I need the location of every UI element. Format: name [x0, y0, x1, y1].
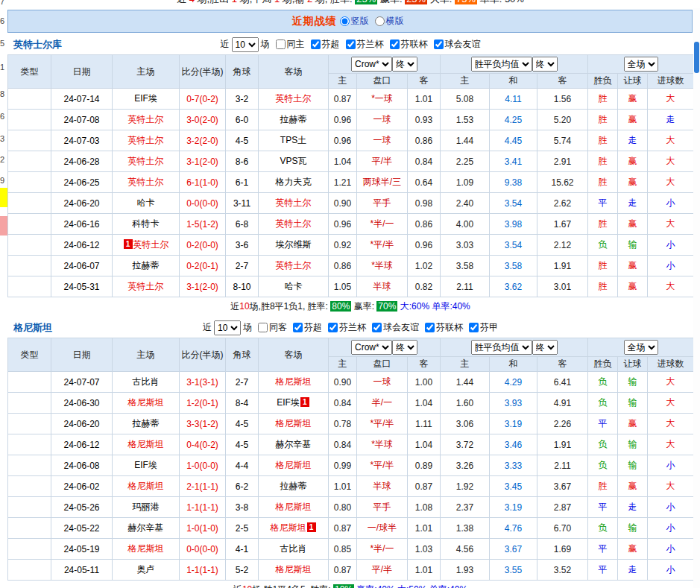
column-subheader: 主	[329, 357, 357, 372]
layout-radio-input[interactable]	[375, 16, 385, 26]
league-label: 芬兰杯	[339, 321, 366, 334]
league-filter[interactable]: 芬联杯	[384, 38, 428, 51]
layout-radio-horizontal[interactable]: 横版	[373, 15, 404, 28]
avg-home-cell: 5.08	[441, 89, 490, 110]
league-filter[interactable]: 芬兰杯	[322, 321, 366, 334]
avg-draw-cell: 4.45	[490, 130, 537, 151]
top-stats-partial-row: 近 4 场,胜出 1 场,平局 1 场,输 2 场, 胜率: 25% 赢率: 2…	[7, 0, 693, 7]
home-team-cell[interactable]: 英特土尔	[113, 151, 180, 172]
same-venue-filter[interactable]: 同主	[270, 38, 305, 51]
odds-provider-select[interactable]: Crow*	[351, 340, 392, 355]
away-team-cell[interactable]: 埃尔维斯	[259, 235, 329, 256]
home-team-cell[interactable]: 格尼斯坦	[113, 476, 180, 497]
home-team-cell[interactable]: 拉赫蒂	[113, 414, 180, 434]
away-team-cell[interactable]: 哈卡	[259, 276, 329, 297]
home-team-cell[interactable]: EIF埃	[113, 89, 180, 110]
away-team-cell[interactable]: 格力夫克	[259, 172, 329, 193]
league-filter[interactable]: 芬兰杯	[340, 38, 384, 51]
league-filter[interactable]: 芬超	[305, 38, 340, 51]
home-team-cell[interactable]: 英特土尔	[113, 276, 180, 297]
stat-segment: 25%	[355, 0, 377, 4]
away-team-cell[interactable]: 赫尔辛基	[259, 434, 329, 455]
league-checkbox[interactable]	[425, 323, 435, 332]
league-checkbox[interactable]	[328, 323, 338, 332]
home-team-cell[interactable]: 英特土尔	[113, 172, 180, 193]
odds-final-select[interactable]: 终	[392, 340, 417, 355]
home-team-cell[interactable]: 拉赫蒂	[113, 256, 180, 276]
away-team-cell[interactable]: 英特土尔	[259, 193, 329, 214]
home-odds-cell: 1.04	[329, 151, 357, 172]
date-cell: 24-06-12	[51, 434, 113, 455]
layout-radio-vertical[interactable]: 竖版	[338, 15, 369, 28]
home-team-cell[interactable]: 奥卢	[113, 560, 180, 581]
handicap-result-cell: 赢	[618, 89, 648, 110]
layout-radio-input[interactable]	[340, 16, 350, 26]
avg-final-select[interactable]: 终	[532, 340, 558, 355]
league-checkbox[interactable]	[469, 323, 479, 332]
corners-cell: 6-8	[226, 214, 259, 235]
corners-cell: 2-5	[226, 518, 259, 539]
league-checkbox[interactable]	[293, 323, 303, 332]
home-team-cell[interactable]: 格尼斯坦	[113, 539, 180, 560]
away-team-cell[interactable]: 格尼斯坦	[259, 372, 329, 393]
home-team-cell[interactable]: 1英特土尔	[113, 235, 180, 256]
match-scope-select[interactable]: 全场	[624, 340, 658, 355]
home-team-cell[interactable]: 格尼斯坦	[113, 393, 180, 414]
odds-final-select[interactable]: 终	[392, 57, 417, 72]
team-section: 英特士尔库 近 10 场 同主 芬超芬兰杯芬联杯球会友谊 类型日期主场比分(	[7, 34, 693, 315]
result-cell: 平	[588, 560, 618, 581]
away-team-cell[interactable]: 格尼斯坦	[259, 560, 329, 581]
avg-final-select[interactable]: 终	[532, 57, 558, 72]
match-scope-select[interactable]: 全场	[624, 57, 658, 72]
home-team-cell[interactable]: 英特土尔	[113, 110, 180, 130]
home-team-cell[interactable]: 英特土尔	[113, 130, 180, 151]
match-count-select[interactable]: 10	[214, 320, 241, 335]
league-checkbox[interactable]	[434, 39, 444, 49]
league-filter[interactable]: 球会友谊	[366, 321, 419, 334]
league-cell: 芬兰杯	[8, 214, 51, 235]
away-team-cell[interactable]: 英特土尔	[259, 214, 329, 235]
same-venue-checkbox[interactable]	[276, 39, 286, 49]
away-team-cell[interactable]: 格尼斯坦	[259, 455, 329, 476]
league-filter[interactable]: 芬甲	[463, 321, 498, 334]
away-team-cell[interactable]: TPS土	[259, 130, 329, 151]
league-checkbox[interactable]	[390, 39, 400, 49]
home-team-cell[interactable]: EIF埃	[113, 455, 180, 476]
league-filter[interactable]: 球会友谊	[428, 38, 481, 51]
column-header: 客场	[259, 338, 329, 372]
league-checkbox[interactable]	[372, 323, 382, 332]
league-filter[interactable]: 芬超	[287, 321, 322, 334]
away-odds-cell: 0.82	[408, 276, 441, 297]
odds-provider-select[interactable]: Crow*	[351, 57, 392, 72]
away-team-cell[interactable]: 英特土尔	[259, 256, 329, 276]
away-team-cell[interactable]: 格尼斯坦	[259, 497, 329, 518]
handicap-result-cell: 赢	[618, 256, 648, 276]
match-count-select[interactable]: 10	[232, 37, 259, 52]
score-cell: 3-3(1-2)	[180, 414, 226, 434]
same-venue-checkbox[interactable]	[258, 323, 268, 332]
avg-type-select[interactable]: 胜平负均值	[471, 57, 532, 72]
home-team-cell[interactable]: 玛丽港	[113, 497, 180, 518]
league-checkbox[interactable]	[311, 39, 321, 49]
league-filter[interactable]: 芬联杯	[419, 321, 463, 334]
away-team-cell[interactable]: 英特土尔	[259, 89, 329, 110]
away-team-cell[interactable]: 格尼斯坦1	[259, 518, 329, 539]
away-team-cell[interactable]: 格尼斯坦	[259, 414, 329, 434]
vertical-scrollbar[interactable]	[693, 8, 700, 588]
away-team-cell[interactable]: EIF埃1	[259, 393, 329, 414]
scrollbar-thumb[interactable]	[694, 42, 699, 73]
away-team-cell[interactable]: 拉赫蒂	[259, 110, 329, 130]
away-team-cell[interactable]: 古比肖	[259, 539, 329, 560]
away-odds-cell: 0.84	[408, 151, 441, 172]
avg-type-select[interactable]: 胜平负均值	[471, 340, 532, 355]
home-team-cell[interactable]: 格尼斯坦	[113, 434, 180, 455]
away-team-cell[interactable]: 拉赫蒂	[259, 476, 329, 497]
home-team-cell[interactable]: 赫尔辛基	[113, 518, 180, 539]
home-team-cell[interactable]: 哈卡	[113, 193, 180, 214]
away-team-cell[interactable]: VPS瓦	[259, 151, 329, 172]
league-cell: 芬超	[8, 151, 51, 172]
home-team-cell[interactable]: 古比肖	[113, 372, 180, 393]
same-venue-filter[interactable]: 同客	[252, 321, 287, 334]
league-checkbox[interactable]	[346, 39, 356, 49]
home-team-cell[interactable]: 科特卡	[113, 214, 180, 235]
